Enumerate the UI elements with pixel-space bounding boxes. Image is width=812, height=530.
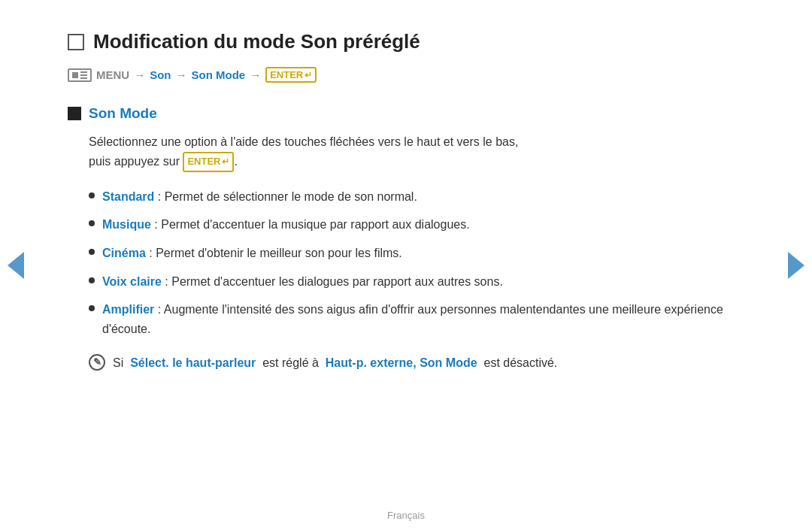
black-square-icon bbox=[68, 107, 81, 120]
list-item: Voix claire : Permet d'accentuer les dia… bbox=[89, 272, 744, 292]
list-item: Cinéma : Permet d'obtenir le meilleur so… bbox=[89, 244, 744, 263]
breadcrumb-arrow3: → bbox=[250, 68, 261, 81]
nav-arrow-left[interactable] bbox=[8, 252, 24, 279]
note-part1: Si bbox=[113, 356, 123, 369]
body-text-line1: Sélectionnez une option à l'aide des tou… bbox=[89, 135, 518, 148]
note-text: Si Sélect. le haut-parleur est réglé à H… bbox=[113, 353, 557, 373]
body-text-line2: puis appuyez sur bbox=[89, 155, 180, 168]
bullet-text: Musique : Permet d'accentuer la musique … bbox=[102, 215, 470, 235]
note-part2: est réglé à bbox=[262, 356, 319, 369]
bullet-dot-icon bbox=[89, 305, 95, 311]
note-icon: ✎ bbox=[89, 354, 105, 371]
page-container: Modification du mode Son préréglé MENU →… bbox=[0, 0, 812, 530]
menu-line-icon bbox=[80, 74, 87, 76]
item-desc: : Permet d'accentuer la musique par rapp… bbox=[154, 218, 469, 231]
item-label: Amplifier bbox=[102, 303, 154, 316]
enter-inline-icon: ENTER ↵ bbox=[183, 152, 234, 172]
page-title: Modification du mode Son préréglé bbox=[93, 30, 420, 53]
item-desc: : Augmente l'intensité des sons aigus af… bbox=[102, 303, 723, 335]
section-header: Son Mode bbox=[68, 105, 744, 122]
note-blue2: Haut-p. externe, Son Mode bbox=[326, 356, 477, 369]
item-desc: : Permet d'obtenir le meilleur son pour … bbox=[149, 247, 402, 259]
menu-line-icon bbox=[80, 77, 87, 79]
item-label: Standard bbox=[102, 190, 154, 203]
breadcrumb-son-mode: Son Mode bbox=[192, 68, 246, 81]
item-desc: : Permet de sélectionner le mode de son … bbox=[158, 190, 417, 203]
menu-line-icon bbox=[80, 71, 87, 73]
bullet-dot-icon bbox=[89, 192, 95, 198]
footer: Français bbox=[0, 510, 812, 530]
menu-lines-icon bbox=[80, 71, 87, 79]
note-row: ✎ Si Sélect. le haut-parleur est réglé à… bbox=[68, 353, 744, 373]
list-item: Musique : Permet d'accentuer la musique … bbox=[89, 215, 744, 235]
bullet-text: Cinéma : Permet d'obtenir le meilleur so… bbox=[102, 244, 402, 263]
enter-icon-breadcrumb: ENTER ↵ bbox=[265, 67, 317, 83]
bullet-text: Voix claire : Permet d'accentuer les dia… bbox=[102, 272, 503, 292]
nav-arrow-right[interactable] bbox=[788, 252, 804, 279]
menu-icon bbox=[68, 68, 92, 82]
bullet-text: Amplifier : Augmente l'intensité des son… bbox=[102, 300, 744, 338]
breadcrumb: MENU → Son → Son Mode → ENTER ↵ bbox=[68, 67, 744, 83]
bullet-dot-icon bbox=[89, 277, 95, 283]
breadcrumb-arrow1: → bbox=[134, 68, 145, 81]
breadcrumb-son: Son bbox=[150, 68, 171, 81]
footer-text: Français bbox=[387, 510, 425, 521]
title-row: Modification du mode Son préréglé bbox=[68, 30, 744, 53]
bullet-dot-icon bbox=[89, 220, 95, 226]
bullet-dot-icon bbox=[89, 249, 95, 255]
note-part3: est désactivé. bbox=[483, 356, 557, 369]
list-item: Standard : Permet de sélectionner le mod… bbox=[89, 187, 744, 207]
title-checkbox-icon bbox=[68, 34, 84, 50]
item-label: Musique bbox=[102, 218, 151, 231]
breadcrumb-arrow2: → bbox=[176, 68, 187, 81]
item-label: Voix claire bbox=[102, 275, 162, 288]
list-item: Amplifier : Augmente l'intensité des son… bbox=[89, 300, 744, 338]
note-blue1: Sélect. le haut-parleur bbox=[130, 356, 256, 369]
bullet-text: Standard : Permet de sélectionner le mod… bbox=[102, 187, 417, 207]
item-label: Cinéma bbox=[102, 247, 146, 259]
body-text: Sélectionnez une option à l'aide des tou… bbox=[68, 132, 744, 172]
menu-square-icon bbox=[72, 72, 78, 78]
breadcrumb-menu: MENU bbox=[96, 68, 129, 81]
content-area: Modification du mode Son préréglé MENU →… bbox=[0, 0, 812, 510]
item-desc: : Permet d'accentuer les dialogues par r… bbox=[165, 275, 503, 288]
section-title: Son Mode bbox=[89, 105, 157, 122]
bullet-list: Standard : Permet de sélectionner le mod… bbox=[68, 187, 744, 339]
